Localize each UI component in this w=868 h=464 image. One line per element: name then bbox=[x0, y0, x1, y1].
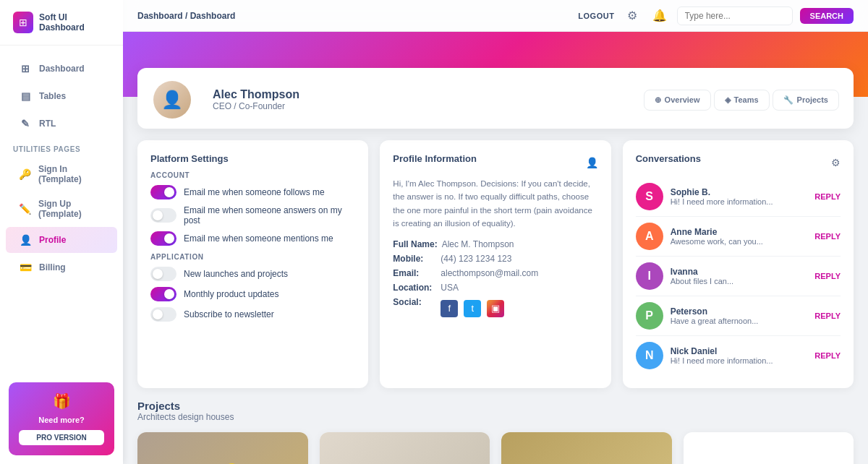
rtl-icon: ✎ bbox=[19, 117, 32, 130]
conv-name: Anne Marie bbox=[671, 227, 808, 237]
breadcrumb: Dashboard / Dashboard bbox=[137, 11, 235, 21]
promo-text: Need more? bbox=[38, 416, 85, 424]
info-mobile: Mobile: (44) 123 1234 123 bbox=[393, 254, 597, 264]
conv-avatar: N bbox=[636, 342, 663, 369]
new-project-card[interactable]: + New project bbox=[684, 432, 854, 464]
sign-up-icon: ✏️ bbox=[19, 202, 31, 215]
conv-name: Nick Daniel bbox=[671, 346, 808, 356]
tab-overview[interactable]: ⊕ Overview bbox=[644, 90, 711, 111]
conversations-card: Conversations ⚙ S Sophie B. Hi! I need m… bbox=[623, 140, 854, 388]
toggle-updates-switch[interactable] bbox=[150, 287, 176, 301]
conv-avatar: S bbox=[636, 183, 663, 210]
content-area: 👤 Alec Thompson CEO / Co-Founder ⊕ Overv… bbox=[123, 32, 868, 464]
projects-title: Projects bbox=[137, 400, 854, 412]
conv-content: Ivanna About files I can... bbox=[671, 267, 808, 285]
conv-message: Awesome work, can you... bbox=[671, 237, 808, 246]
profile-icon: 👤 bbox=[19, 233, 32, 246]
toggle-updates-label: Monthly product updates bbox=[184, 289, 278, 299]
tables-icon: ▤ bbox=[19, 90, 32, 103]
teams-icon: ◈ bbox=[725, 95, 731, 105]
avatar-image: 👤 bbox=[153, 81, 191, 119]
toggle-mentions: Email me when someone mentions me bbox=[150, 231, 355, 246]
conv-content: Sophie B. Hi! I need more information... bbox=[671, 187, 808, 206]
reply-button[interactable]: REPLY bbox=[814, 351, 841, 360]
toggle-mentions-switch[interactable] bbox=[150, 231, 176, 246]
topbar-right: LOGOUT ⚙ 🔔 SEARCH bbox=[578, 6, 854, 26]
notifications-icon-button[interactable]: 🔔 bbox=[650, 6, 670, 26]
facebook-icon[interactable]: f bbox=[441, 300, 458, 317]
toggle-newsletter-label: Subscribe to newsletter bbox=[184, 309, 274, 319]
sidebar-item-tables[interactable]: ▤ Tables bbox=[6, 83, 117, 109]
sidebar-item-label: Sign Up (Template) bbox=[38, 199, 104, 219]
sidebar-section-label: UTILITIES PAGES bbox=[0, 138, 123, 156]
edit-profile-icon[interactable]: 👤 bbox=[586, 157, 598, 168]
conversations-settings-icon[interactable]: ⚙ bbox=[831, 157, 841, 168]
pro-version-button[interactable]: PRO VERSION bbox=[19, 430, 104, 445]
reply-button[interactable]: REPLY bbox=[814, 232, 841, 241]
breadcrumb-current: Dashboard bbox=[190, 11, 236, 21]
conv-name: Ivanna bbox=[671, 267, 808, 277]
toggle-answers: Email me when someone answers on my post bbox=[150, 205, 355, 225]
toggle-newsletter-switch[interactable] bbox=[150, 307, 176, 322]
billing-icon: 💳 bbox=[19, 261, 32, 274]
logout-button[interactable]: LOGOUT bbox=[578, 12, 614, 20]
settings-icon-button[interactable]: ⚙ bbox=[622, 6, 642, 26]
conversation-item: N Nick Daniel Hi! I need more informatio… bbox=[636, 336, 841, 375]
sidebar-item-sign-in[interactable]: 🔑 Sign In (Template) bbox=[6, 158, 117, 191]
toggle-follows-label: Email me when someone follows me bbox=[184, 187, 325, 197]
tab-projects[interactable]: 🔧 Projects bbox=[773, 90, 839, 111]
profile-name: Alec Thompson bbox=[213, 88, 299, 101]
project-card[interactable]: 🛋️ Project #2 bbox=[137, 432, 308, 464]
tab-label: Projects bbox=[797, 95, 828, 104]
sidebar-item-label: RTL bbox=[39, 119, 56, 129]
sidebar-item-dashboard[interactable]: ⊞ Dashboard bbox=[6, 56, 117, 82]
reply-button[interactable]: REPLY bbox=[814, 312, 841, 320]
tab-teams[interactable]: ◈ Teams bbox=[714, 90, 770, 111]
content-grid: Platform Settings ACCOUNT Email me when … bbox=[123, 129, 868, 400]
conv-message: Hi! I need more information... bbox=[671, 356, 808, 365]
search-button[interactable]: SEARCH bbox=[800, 8, 854, 24]
toggle-follows-switch[interactable] bbox=[150, 185, 176, 199]
conversations-title: Conversations bbox=[636, 153, 701, 164]
sidebar-item-label: Profile bbox=[39, 235, 66, 245]
profile-role: CEO / Co-Founder bbox=[213, 101, 299, 111]
search-input[interactable] bbox=[677, 7, 793, 25]
sidebar-item-label: Tables bbox=[39, 91, 66, 101]
location-label: Location: bbox=[393, 283, 436, 293]
application-label: APPLICATION bbox=[150, 253, 355, 261]
account-label: ACCOUNT bbox=[150, 171, 355, 179]
fullname-label: Full Name: bbox=[393, 239, 437, 249]
project-card[interactable]: 🛏️ Project #1 bbox=[320, 432, 490, 464]
reply-button[interactable]: REPLY bbox=[814, 192, 841, 201]
topbar: Dashboard / Dashboard LOGOUT ⚙ 🔔 SEARCH bbox=[123, 0, 868, 32]
toggle-mentions-label: Email me when someone mentions me bbox=[184, 233, 333, 244]
twitter-icon[interactable]: t bbox=[464, 300, 481, 317]
sidebar-item-rtl[interactable]: ✎ RTL bbox=[6, 111, 117, 137]
profile-information-card: Profile Information 👤 Hi, I'm Alec Thomp… bbox=[380, 140, 610, 388]
sidebar-item-label: Dashboard bbox=[39, 64, 85, 74]
sidebar-item-profile[interactable]: 👤 Profile bbox=[6, 227, 117, 253]
reply-button[interactable]: REPLY bbox=[814, 272, 841, 280]
mobile-label: Mobile: bbox=[393, 254, 436, 264]
overview-icon: ⊕ bbox=[655, 95, 661, 105]
info-email: Email: alecthompson@mail.com bbox=[393, 268, 597, 278]
conv-message: About files I can... bbox=[671, 277, 808, 285]
toggle-launches: New launches and projects bbox=[150, 267, 355, 281]
toggle-updates: Monthly product updates bbox=[150, 287, 355, 301]
instagram-icon[interactable]: ▣ bbox=[487, 300, 504, 317]
sidebar-promo: 🎁 Need more? PRO VERSION bbox=[9, 382, 114, 455]
conv-content: Peterson Have a great afternoon... bbox=[671, 306, 808, 325]
profile-tabs: ⊕ Overview ◈ Teams 🔧 Projects bbox=[644, 90, 839, 111]
conversation-item: A Anne Marie Awesome work, can you... RE… bbox=[636, 217, 841, 257]
sidebar-item-billing[interactable]: 💳 Billing bbox=[6, 254, 117, 280]
project-card[interactable]: 🪑 Project #3 bbox=[501, 432, 672, 464]
conversation-item: P Peterson Have a great afternoon... REP… bbox=[636, 296, 841, 336]
logo-icon: ⊞ bbox=[13, 12, 33, 33]
breadcrumb-sep: / bbox=[185, 11, 190, 21]
sidebar-item-sign-up[interactable]: ✏️ Sign Up (Template) bbox=[6, 192, 117, 225]
conv-avatar: A bbox=[636, 223, 663, 250]
sidebar-nav: ⊞ Dashboard ▤ Tables ✎ RTL UTILITIES PAG… bbox=[0, 46, 123, 374]
toggle-answers-switch[interactable] bbox=[150, 208, 176, 223]
toggle-launches-switch[interactable] bbox=[150, 267, 176, 281]
sidebar: ⊞ Soft UI Dashboard ⊞ Dashboard ▤ Tables… bbox=[0, 0, 123, 464]
